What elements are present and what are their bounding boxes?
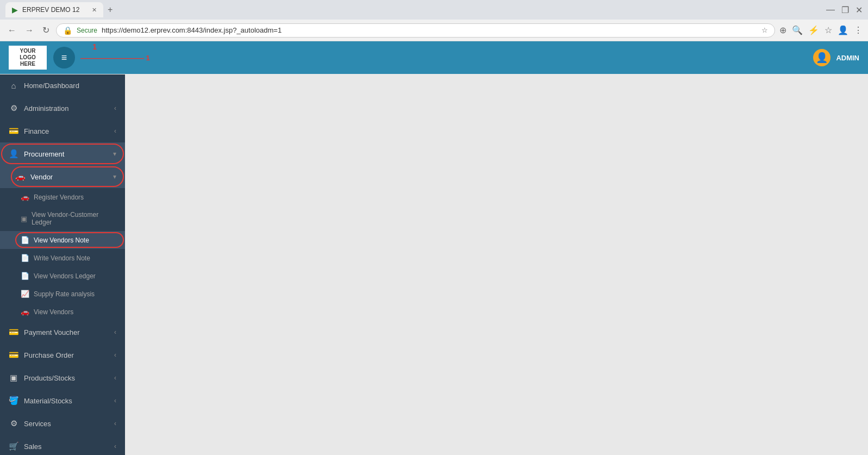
sidebar-item-services[interactable]: ⚙ Services ‹ [0, 412, 125, 435]
sidebar-item-label-services: Services [24, 420, 114, 428]
sidebar-item-procurement[interactable]: 👤 Procurement ▾ [0, 142, 125, 165]
secure-label: Secure [77, 27, 97, 34]
write-vendors-note-icon: 📄 [21, 254, 29, 262]
procurement-chevron-icon: ▾ [113, 150, 116, 158]
user-avatar: 👤 [813, 49, 830, 66]
browser-nav-icons: ⊕ 🔍 ⚡ ☆ 👤 ⋮ [779, 25, 863, 35]
refresh-button[interactable]: ↻ [40, 23, 52, 38]
sidebar-subitem-write-vendors-note[interactable]: 📄 Write Vendors Note [0, 249, 125, 267]
annotation-1: ————————— 1 [80, 54, 150, 62]
material-stocks-chevron: ‹ [114, 397, 116, 404]
view-vendors-note-icon: 📄 [21, 236, 29, 244]
services-icon: ⚙ [9, 419, 18, 428]
url-text: https://demo12.erprev.com:8443/index.jsp… [102, 26, 757, 34]
sidebar-subitem-view-vendors[interactable]: 🚗 View Vendors [0, 303, 125, 321]
view-vendors-icon: 🚗 [21, 308, 29, 316]
procurement-section: 👤 Procurement ▾ ——— 2 [0, 142, 125, 165]
cast-icon: ⊕ [779, 25, 786, 35]
minimize-button[interactable]: — [826, 5, 835, 15]
sidebar-item-purchase-order[interactable]: 💳 Purchase Order ‹ [0, 344, 125, 366]
sales-chevron: ‹ [114, 442, 116, 450]
supply-rate-icon: 📈 [21, 290, 29, 298]
sidebar-item-label-material-stocks: Material/Stocks [24, 397, 114, 405]
extensions-icon: ⚡ [808, 25, 819, 35]
payment-voucher-icon: 💳 [9, 327, 18, 337]
vendor-icon: 🚗 [15, 172, 25, 182]
back-button[interactable]: ← [5, 23, 18, 38]
view-vendors-label: View Vendors [34, 308, 73, 316]
tab-favicon: ▶ [12, 5, 18, 14]
lock-icon: 🔒 [63, 26, 72, 35]
admin-chevron-icon: ‹ [114, 104, 116, 112]
register-vendors-label: Register Vendors [34, 194, 84, 201]
sales-icon: 🛒 [9, 441, 18, 451]
finance-icon: 💳 [9, 126, 18, 136]
logo: YOUR LOGO HERE [9, 46, 47, 70]
main-content [125, 74, 868, 455]
register-vendors-icon: 🚗 [21, 193, 29, 201]
sidebar-item-material-stocks[interactable]: 🪣 Material/Stocks ‹ [0, 389, 125, 412]
home-icon: ⌂ [9, 81, 18, 90]
purchase-order-icon: 💳 [9, 350, 18, 360]
restore-button[interactable]: ❐ [841, 5, 849, 15]
view-vendors-ledger-label: View Vendors Ledger [34, 272, 96, 280]
view-vendors-note-label: View Vendors Note [34, 236, 89, 244]
app-container: YOUR LOGO HERE ≡ ————————— 1 👤 ADMIN ⌂ H… [0, 42, 868, 455]
browser-nav-bar: ← → ↻ 🔒 Secure https://demo12.erprev.com… [0, 20, 868, 41]
sidebar-item-finance[interactable]: 💳 Finance ‹ [0, 120, 125, 142]
view-vendor-ledger-icon: ▣ [21, 215, 27, 223]
menu-toggle-button[interactable]: ≡ [53, 47, 75, 68]
sidebar-item-label-payment-voucher: Payment Voucher [24, 328, 114, 336]
products-stocks-icon: ▣ [9, 373, 18, 383]
sidebar-subitem-register-vendors[interactable]: 🚗 Register Vendors [0, 188, 125, 206]
sidebar-item-label-finance: Finance [24, 127, 114, 135]
payment-voucher-chevron: ‹ [114, 328, 116, 336]
new-tab-button[interactable]: + [103, 3, 117, 17]
view-vendor-ledger-label: View Vendor-Customer Ledger [32, 211, 116, 226]
browser-chrome: ▶ ERPREV DEMO 12 ✕ + — ❐ ✕ ← → ↻ 🔒 Secur… [0, 0, 868, 42]
sidebar-subitem-view-vendor-customer-ledger[interactable]: ▣ View Vendor-Customer Ledger [0, 206, 125, 231]
admin-label: ADMIN [836, 54, 859, 62]
sidebar-subitem-view-vendors-note[interactable]: 📄 View Vendors Note ——— 4 [0, 231, 125, 249]
supply-rate-label: Supply Rate analysis [34, 290, 95, 298]
app-header: YOUR LOGO HERE ≡ ————————— 1 👤 ADMIN [0, 41, 868, 74]
procurement-icon: 👤 [9, 149, 18, 159]
sidebar-item-administration[interactable]: ⚙ Administration ‹ [0, 97, 125, 120]
view-vendors-ledger-icon: 📄 [21, 272, 29, 280]
browser-title-bar: ▶ ERPREV DEMO 12 ✕ + — ❐ ✕ [0, 0, 868, 20]
sidebar-item-label-admin: Administration [24, 104, 114, 113]
finance-chevron-icon: ‹ [114, 127, 116, 135]
material-stocks-icon: 🪣 [9, 396, 18, 406]
address-bar[interactable]: 🔒 Secure https://demo12.erprev.com:8443/… [56, 23, 775, 38]
tab-close-button[interactable]: ✕ [92, 7, 97, 14]
menu-icon[interactable]: ⋮ [854, 25, 863, 35]
close-button[interactable]: ✕ [855, 5, 863, 15]
products-stocks-chevron: ‹ [114, 374, 116, 382]
services-chevron: ‹ [114, 420, 116, 427]
sidebar-item-label-vendor: Vendor [30, 173, 113, 181]
vendor-section: 🚗 Vendor ▾ ——— 3 [0, 165, 125, 188]
sidebar-item-label-home: Home/Dashboard [24, 82, 116, 90]
vendor-chevron-icon: ▾ [113, 173, 116, 180]
profile-icon[interactable]: 👤 [838, 25, 848, 35]
browser-tab[interactable]: ▶ ERPREV DEMO 12 ✕ [5, 2, 103, 17]
sidebar-item-label-purchase-order: Purchase Order [24, 351, 114, 359]
admin-icon: ⚙ [9, 103, 18, 113]
sidebar-item-label-sales: Sales [24, 442, 114, 451]
bookmark-icon[interactable]: ☆ [761, 26, 768, 34]
star-icon[interactable]: ☆ [825, 25, 832, 35]
forward-button[interactable]: → [23, 23, 36, 38]
sidebar-item-label-procurement: Procurement [24, 150, 113, 158]
sidebar: ⌂ Home/Dashboard ⚙ Administration ‹ 💳 Fi… [0, 74, 125, 455]
sidebar-subitem-supply-rate-analysis[interactable]: 📈 Supply Rate analysis [0, 285, 125, 303]
header-right: 👤 ADMIN [813, 49, 859, 66]
sidebar-item-vendor[interactable]: 🚗 Vendor ▾ [0, 165, 125, 188]
sidebar-item-home[interactable]: ⌂ Home/Dashboard [0, 74, 125, 97]
zoom-icon: 🔍 [792, 25, 803, 35]
sidebar-item-products-stocks[interactable]: ▣ Products/Stocks ‹ [0, 366, 125, 389]
sidebar-subitem-view-vendors-ledger[interactable]: 📄 View Vendors Ledger [0, 267, 125, 285]
purchase-order-chevron: ‹ [114, 351, 116, 359]
sidebar-item-payment-voucher[interactable]: 💳 Payment Voucher ‹ [0, 321, 125, 344]
sidebar-item-label-products-stocks: Products/Stocks [24, 374, 114, 382]
sidebar-item-sales[interactable]: 🛒 Sales ‹ [0, 435, 125, 455]
